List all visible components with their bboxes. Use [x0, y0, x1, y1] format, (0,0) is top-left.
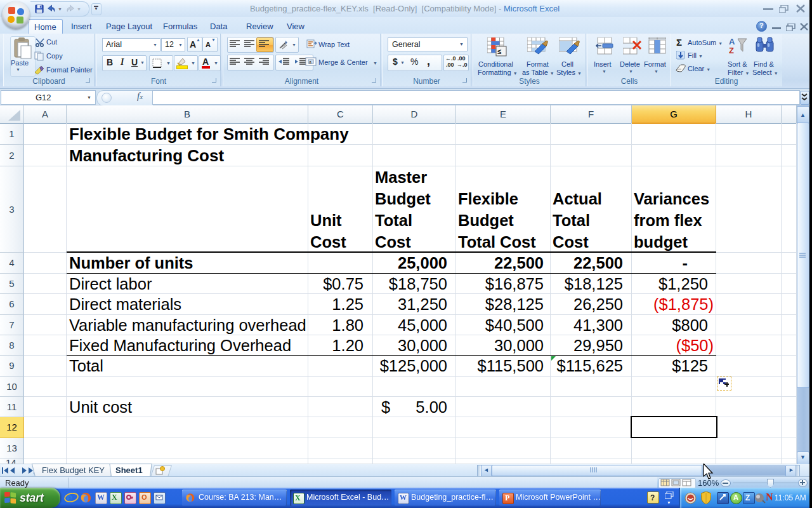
svg-text:A: A: [729, 37, 735, 46]
svg-text:a: a: [309, 60, 311, 64]
svg-text:≤: ≤: [497, 48, 501, 55]
svg-text:Z: Z: [729, 46, 734, 55]
